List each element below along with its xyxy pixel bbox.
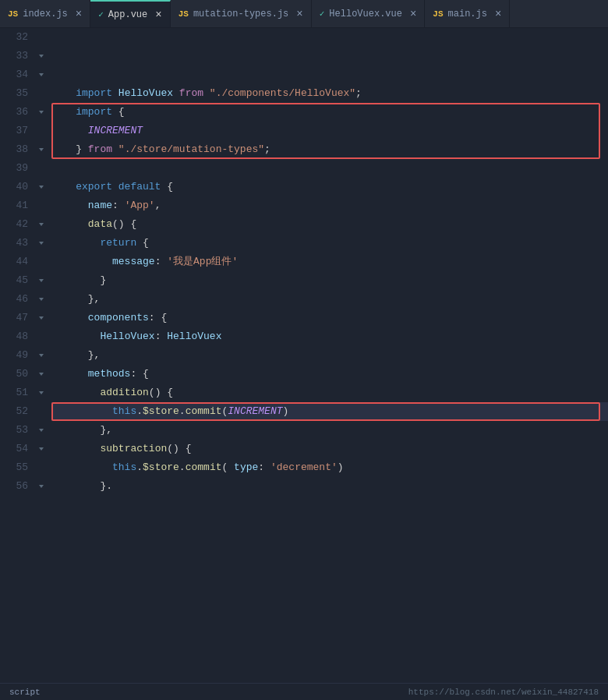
line-number-55: 55	[0, 458, 28, 477]
tab-mutation-types_js[interactable]: JSmutation-types.js×	[171, 0, 312, 27]
fold-indicator-52	[34, 402, 48, 421]
token	[51, 215, 88, 234]
svg-marker-11	[39, 373, 44, 376]
token	[51, 440, 100, 458]
tab-main_js[interactable]: JSmain.js×	[425, 0, 510, 27]
fold-indicator-36[interactable]	[34, 103, 48, 122]
fold-indicator-51[interactable]	[34, 384, 48, 402]
token: HelloVuex	[118, 84, 173, 103]
code-line-34: </span>	[51, 65, 608, 84]
fold-indicator-42[interactable]	[34, 215, 48, 234]
close-icon[interactable]: ×	[155, 9, 161, 21]
svg-marker-1	[39, 73, 44, 76]
fold-indicator-54[interactable]	[34, 440, 48, 458]
token: :	[112, 196, 125, 215]
fold-indicator-34[interactable]	[34, 65, 48, 84]
line-number-44: 44	[0, 253, 28, 271]
fold-indicator-47[interactable]	[34, 309, 48, 327]
close-icon[interactable]: ×	[410, 8, 416, 20]
line-number-46: 46	[0, 290, 28, 309]
svg-marker-2	[39, 111, 44, 114]
token: :	[258, 458, 270, 477]
token: components	[88, 309, 149, 327]
line-number-42: 42	[0, 215, 28, 234]
code-line-36: import {	[51, 103, 608, 122]
fold-indicator-41	[34, 196, 48, 215]
token: )	[338, 458, 344, 477]
code-line-32	[51, 28, 608, 47]
fold-indicator-50[interactable]	[34, 365, 48, 384]
token: 'decrement'	[270, 458, 338, 477]
fold-indicator-53[interactable]	[34, 421, 48, 440]
token: addition	[100, 384, 148, 402]
token: export default	[51, 178, 167, 196]
token	[51, 384, 100, 402]
token	[51, 365, 88, 384]
tab-label: HelloVuex.vue	[329, 9, 402, 19]
token	[51, 458, 112, 477]
tab-label: main.js	[448, 9, 487, 19]
code-line-45: }	[51, 271, 608, 290]
token: $store	[143, 402, 179, 421]
fold-indicator-56[interactable]	[34, 477, 48, 496]
svg-marker-8	[39, 298, 44, 301]
fold-indicator-46[interactable]	[34, 290, 48, 309]
line-number-43: 43	[0, 234, 28, 253]
tab-bar: JSindex.js×✓App.vue×JSmutation-types.js×…	[0, 0, 608, 28]
code-line-33	[51, 47, 608, 65]
fold-indicator-48	[34, 327, 48, 346]
token: import	[51, 103, 118, 122]
fold-indicator-49[interactable]	[34, 346, 48, 365]
token	[51, 402, 112, 421]
code-content: </span> import HelloVuex from "./compone…	[48, 28, 608, 683]
token: .	[136, 458, 143, 477]
token: .	[179, 402, 186, 421]
line-number-53: 53	[0, 421, 28, 440]
token: subtraction	[100, 440, 167, 458]
tab-HelloVuex_vue[interactable]: ✓HelloVuex.vue×	[312, 0, 426, 27]
close-icon[interactable]: ×	[76, 8, 82, 20]
token: (	[221, 458, 234, 477]
tab-App_vue[interactable]: ✓App.vue×	[90, 0, 170, 27]
fold-indicator-33[interactable]	[34, 47, 48, 65]
status-bar: script https://blog.csdn.net/weixin_4482…	[0, 683, 608, 700]
token: () {	[149, 384, 173, 402]
code-line-41: name: 'App',	[51, 196, 608, 215]
token: type	[234, 458, 258, 477]
fold-indicator-39	[34, 159, 48, 178]
tab-index_js[interactable]: JSindex.js×	[0, 0, 90, 27]
code-line-38: } from "./store/mutation-types";	[51, 140, 608, 159]
line-number-48: 48	[0, 327, 28, 346]
svg-marker-5	[39, 223, 44, 226]
fold-indicator-43[interactable]	[34, 234, 48, 253]
tab-icon: JS	[179, 9, 189, 19]
fold-indicator-45[interactable]	[34, 271, 48, 290]
line-number-49: 49	[0, 346, 28, 365]
code-line-42: data() {	[51, 215, 608, 234]
token: (	[221, 402, 228, 421]
token: this	[112, 458, 136, 477]
line-number-40: 40	[0, 178, 28, 196]
fold-indicator-40[interactable]	[34, 178, 48, 196]
tab-icon: ✓	[320, 9, 325, 19]
line-number-39: 39	[0, 159, 28, 178]
fold-indicator-38[interactable]	[34, 140, 48, 159]
code-line-55: this.$store.commit( type: 'decrement')	[51, 458, 608, 477]
token: .	[179, 458, 186, 477]
token	[51, 47, 64, 65]
token: },	[51, 290, 100, 309]
code-line-50: methods: {	[51, 365, 608, 384]
code-line-35: import HelloVuex from "./components/Hell…	[51, 84, 608, 103]
close-icon[interactable]: ×	[495, 8, 501, 20]
editor-container: JSindex.js×✓App.vue×JSmutation-types.js×…	[0, 0, 608, 700]
code-line-43: return {	[51, 234, 608, 253]
fold-indicator-37	[34, 122, 48, 140]
status-script-label: script	[9, 688, 41, 697]
token: $store	[143, 458, 179, 477]
svg-marker-13	[39, 429, 44, 432]
close-icon[interactable]: ×	[296, 8, 302, 20]
line-number-47: 47	[0, 309, 28, 327]
code-line-39	[51, 159, 608, 178]
line-number-36: 36	[0, 103, 28, 122]
line-number-51: 51	[0, 384, 28, 402]
